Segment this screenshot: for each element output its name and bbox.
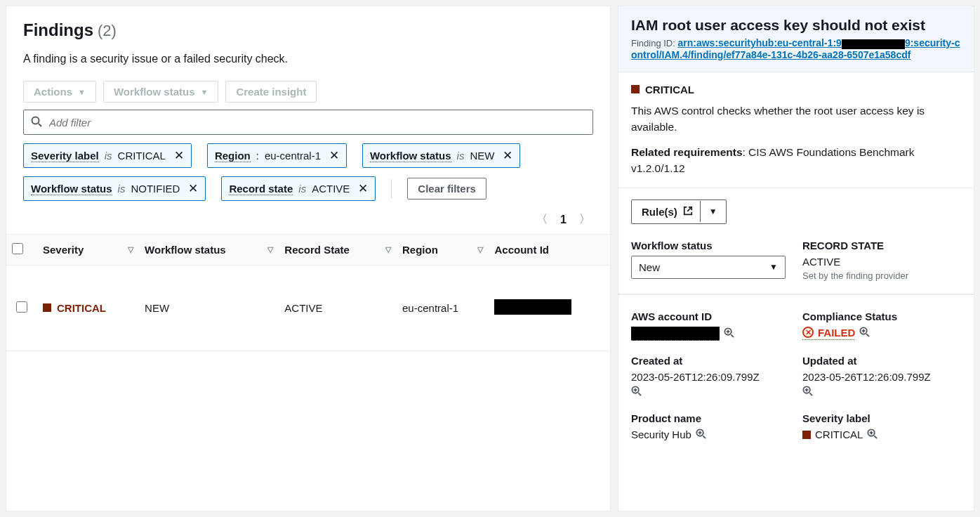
create-insight-button[interactable]: Create insight: [225, 81, 317, 103]
page-number: 1: [560, 214, 567, 226]
col-account[interactable]: Account Id: [489, 235, 610, 266]
col-severity[interactable]: Severity▽: [37, 235, 139, 266]
chevron-down-icon: ▼: [78, 88, 86, 96]
sort-icon: ▽: [267, 245, 273, 254]
findings-panel: Findings (2) A finding is a security iss…: [6, 6, 611, 511]
detail-header: IAM root user access key should not exis…: [618, 6, 974, 72]
cell-record: ACTIVE: [279, 266, 397, 351]
findings-header: Findings (2) A finding is a security iss…: [6, 6, 610, 71]
sort-icon: ▽: [128, 245, 133, 254]
detail-title: IAM root user access key should not exis…: [631, 16, 961, 34]
finding-id-link[interactable]: arn:aws:securityhub:eu-central-1:99:secu…: [631, 37, 960, 60]
select-all-header: [6, 235, 37, 266]
record-state-block: RECORD STATE ACTIVE Set by the finding p…: [802, 240, 961, 281]
pagination: 〈 1 〉: [6, 209, 610, 234]
failed-icon: ✕: [802, 327, 814, 338]
external-link-icon: [683, 206, 693, 218]
filter-chips-row-1: Severity label is CRITICAL ✕ Region: eu-…: [6, 143, 610, 176]
workflow-status-block: Workflow status New ▼: [631, 240, 790, 281]
detail-description: This AWS control checks whether the root…: [631, 103, 961, 136]
sort-icon: ▽: [385, 245, 391, 254]
magnify-icon[interactable]: [631, 386, 642, 398]
redacted-account-id: [631, 327, 720, 341]
actions-label: Actions: [34, 86, 72, 98]
findings-description: A finding is a security issue or a faile…: [23, 53, 593, 65]
magnify-icon[interactable]: [859, 327, 870, 339]
findings-title-text: Findings: [23, 20, 93, 40]
filter-input-container[interactable]: [23, 110, 593, 135]
magnify-icon[interactable]: [802, 386, 813, 398]
filter-chip-workflow-new[interactable]: Workflow status is NEW ✕: [362, 143, 520, 168]
page-title: Findings (2): [23, 20, 593, 40]
row-checkbox[interactable]: [16, 301, 27, 313]
close-icon[interactable]: ✕: [326, 148, 339, 163]
findings-table: Severity▽ Workflow status▽ Record State▽…: [6, 234, 610, 351]
filter-chip-region[interactable]: Region: eu-central-1 ✕: [207, 143, 347, 168]
col-region[interactable]: Region▽: [397, 235, 489, 266]
cell-region: eu-central-1: [397, 266, 489, 351]
updated-at-block: Updated at 2023-05-26T12:26:09.799Z: [802, 355, 961, 398]
severity-square-icon: [631, 85, 640, 93]
related-requirements: Related requirements: CIS AWS Foundation…: [631, 145, 961, 176]
next-page-button[interactable]: 〉: [579, 212, 590, 227]
col-record[interactable]: Record State▽: [279, 235, 397, 266]
table-row[interactable]: CRITICAL NEW ACTIVE eu-central-1: [6, 266, 610, 351]
cell-severity: CRITICAL: [37, 266, 139, 351]
close-icon[interactable]: ✕: [171, 148, 184, 163]
findings-count: (2): [98, 22, 117, 40]
cell-workflow: NEW: [139, 266, 279, 351]
redacted-id-segment: [842, 39, 905, 49]
search-icon: [31, 116, 42, 129]
svg-point-0: [32, 117, 39, 124]
svg-line-15: [809, 393, 812, 395]
detail-severity-section: CRITICAL This AWS control checks whether…: [618, 72, 974, 188]
rules-button[interactable]: Rule(s) ▼: [631, 199, 727, 224]
svg-line-3: [731, 334, 734, 337]
close-icon[interactable]: ✕: [185, 181, 198, 196]
svg-line-23: [875, 436, 878, 438]
magnify-icon[interactable]: [696, 428, 706, 441]
account-id-block: AWS account ID: [631, 310, 790, 341]
compliance-status-block: Compliance Status ✕ FAILED: [802, 310, 961, 341]
chevron-down-icon[interactable]: ▼: [700, 201, 726, 222]
toolbar: Actions ▼ Workflow status ▼ Create insig…: [6, 71, 610, 110]
close-icon[interactable]: ✕: [500, 148, 512, 163]
filter-input[interactable]: [49, 117, 585, 129]
select-all-checkbox[interactable]: [12, 243, 23, 254]
create-insight-label: Create insight: [236, 86, 306, 98]
finding-detail-panel: IAM root user access key should not exis…: [618, 6, 974, 511]
filter-chips-row-2: Workflow status is NOTIFIED ✕ Record sta…: [6, 176, 610, 209]
workflow-status-label: Workflow status: [114, 86, 195, 98]
filter-input-wrap: [6, 110, 610, 143]
prev-page-button[interactable]: 〈: [536, 212, 548, 227]
svg-line-1: [39, 124, 41, 126]
redacted-account-id: [494, 299, 571, 315]
product-name-block: Product name Security Hub: [631, 412, 790, 441]
rules-row: Rule(s) ▼: [618, 188, 974, 224]
created-at-block: Created at 2023-05-26T12:26:09.799Z: [631, 355, 790, 398]
col-workflow[interactable]: Workflow status▽: [139, 235, 279, 266]
filter-chip-severity[interactable]: Severity label is CRITICAL ✕: [23, 143, 192, 168]
severity-label-block: Severity label CRITICAL: [802, 412, 961, 441]
filter-chip-record-state[interactable]: Record state is ACTIVE ✕: [221, 176, 376, 201]
workflow-status-button[interactable]: Workflow status ▼: [103, 81, 218, 103]
detail-fields-grid: AWS account ID Compliance Status ✕ FAILE…: [618, 295, 974, 454]
finding-id-label: Finding ID:: [631, 38, 677, 48]
cell-account: [489, 266, 610, 351]
chevron-down-icon: ▼: [200, 88, 208, 96]
svg-line-11: [638, 393, 641, 395]
filter-chip-workflow-notified[interactable]: Workflow status is NOTIFIED ✕: [23, 176, 206, 201]
severity-text: CRITICAL: [645, 84, 694, 96]
clear-filters-button[interactable]: Clear filters: [407, 178, 486, 199]
sort-icon: ▽: [477, 245, 483, 254]
severity-square-icon: [43, 303, 51, 312]
actions-button[interactable]: Actions ▼: [23, 81, 96, 103]
svg-line-19: [703, 436, 706, 438]
close-icon[interactable]: ✕: [355, 181, 368, 196]
table-header-row: Severity▽ Workflow status▽ Record State▽…: [6, 235, 610, 266]
magnify-icon[interactable]: [724, 327, 734, 340]
magnify-icon[interactable]: [867, 428, 878, 441]
chevron-down-icon: ▼: [769, 262, 778, 272]
workflow-record-grid: Workflow status New ▼ RECORD STATE ACTIV…: [618, 224, 974, 294]
workflow-status-select[interactable]: New ▼: [631, 256, 786, 279]
